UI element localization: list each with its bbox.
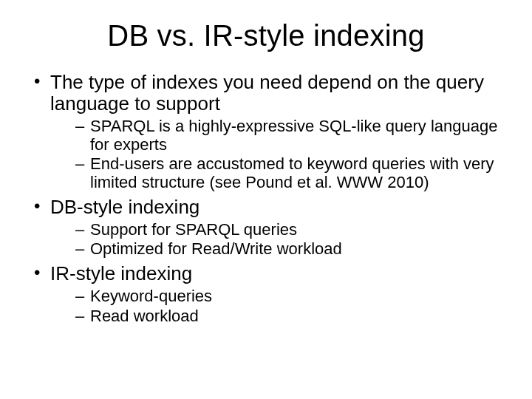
list-item: The type of indexes you need depend on t…	[34, 72, 502, 192]
sub-bullet-text: SPARQL is a highly-expressive SQL-like q…	[90, 117, 498, 154]
sub-bullet-list: Support for SPARQL queries Optimized for…	[50, 221, 502, 259]
sub-bullet-text: Keyword-queries	[90, 287, 212, 305]
list-item: Read workload	[75, 307, 502, 326]
bullet-list: The type of indexes you need depend on t…	[30, 72, 502, 325]
slide: DB vs. IR-style indexing The type of ind…	[0, 0, 532, 399]
sub-bullet-list: Keyword-queries Read workload	[50, 287, 502, 325]
list-item: Optimized for Read/Write workload	[75, 240, 502, 259]
list-item: IR-style indexing Keyword-queries Read w…	[34, 263, 502, 325]
sub-bullet-text: Support for SPARQL queries	[90, 220, 297, 239]
list-item: End-users are accustomed to keyword quer…	[75, 155, 502, 191]
sub-bullet-list: SPARQL is a highly-expressive SQL-like q…	[50, 117, 502, 192]
list-item: SPARQL is a highly-expressive SQL-like q…	[75, 117, 502, 154]
list-item: DB-style indexing Support for SPARQL que…	[34, 197, 502, 259]
bullet-text: DB-style indexing	[50, 196, 200, 218]
sub-bullet-text: Read workload	[90, 307, 199, 325]
bullet-text: IR-style indexing	[50, 262, 192, 284]
sub-bullet-text: Optimized for Read/Write workload	[90, 239, 342, 258]
slide-title: DB vs. IR-style indexing	[30, 19, 502, 52]
list-item: Keyword-queries	[75, 287, 502, 306]
list-item: Support for SPARQL queries	[75, 221, 502, 239]
bullet-text: The type of indexes you need depend on t…	[50, 71, 484, 115]
sub-bullet-text: End-users are accustomed to keyword quer…	[90, 154, 494, 191]
